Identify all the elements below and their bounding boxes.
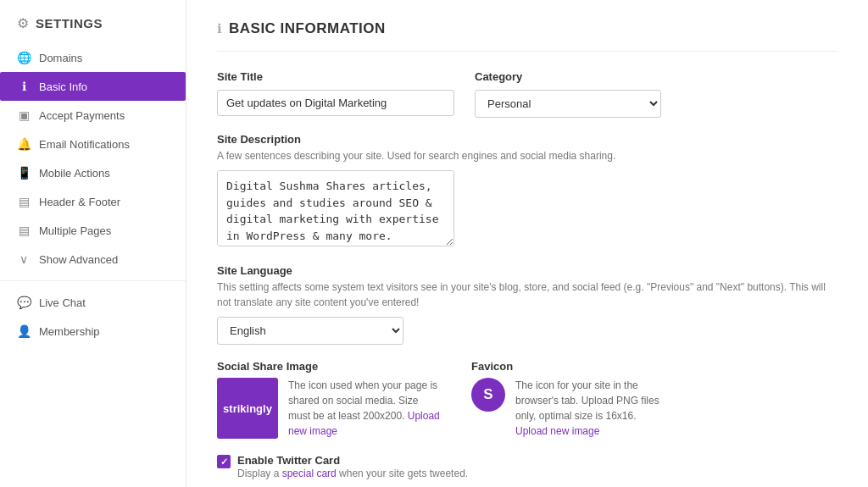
sidebar-item-live-chat[interactable]: 💬 Live Chat <box>0 288 186 317</box>
sidebar-divider <box>0 280 186 281</box>
site-description-hint: A few sentences describing your site. Us… <box>217 148 837 163</box>
sidebar-item-show-advanced[interactable]: ∨ Show Advanced <box>0 245 186 274</box>
sidebar-item-label: Multiple Pages <box>39 224 111 237</box>
basic-info-icon: ℹ <box>17 80 31 93</box>
sidebar-item-membership[interactable]: 👤 Membership <box>0 317 186 346</box>
live-chat-icon: 💬 <box>17 296 31 309</box>
sidebar-item-label: Show Advanced <box>39 253 118 266</box>
favicon-item: Favicon S The icon for your site in the … <box>471 360 668 439</box>
site-language-section: Site Language This setting affects some … <box>217 264 837 345</box>
site-language-select[interactable]: English Spanish French German Chinese <box>217 317 403 345</box>
site-title-label: Site Title <box>217 70 454 83</box>
favicon-thumbnail[interactable]: S <box>471 378 505 412</box>
membership-icon: 👤 <box>17 324 31 338</box>
mobile-icon: 📱 <box>17 166 31 180</box>
site-title-group: Site Title <box>217 70 454 116</box>
favicon-desc: The icon for your site in the browser's … <box>515 378 668 439</box>
site-language-label: Site Language <box>217 264 837 277</box>
pages-icon: ▤ <box>17 224 31 237</box>
social-share-desc: The icon used when your page is shared o… <box>288 378 441 439</box>
favicon-content: S The icon for your site in the browser'… <box>471 378 668 439</box>
settings-icon: ⚙ <box>17 15 29 31</box>
category-label: Category <box>475 70 678 83</box>
sidebar: ⚙ SETTINGS 🌐 Domains ℹ Basic Info ▣ Acce… <box>0 0 186 487</box>
sidebar-item-label: Domains <box>39 52 82 64</box>
favicon-upload-link[interactable]: Upload new image <box>515 425 599 437</box>
site-description-section: Site Description A few sentences describ… <box>217 133 837 249</box>
favicon-label: Favicon <box>471 360 668 373</box>
twitter-card-checkbox[interactable] <box>217 455 231 468</box>
sidebar-title: SETTINGS <box>36 16 103 30</box>
payments-icon: ▣ <box>17 108 31 122</box>
twitter-card-text: Enable Twitter Card Display a special ca… <box>237 454 468 479</box>
sidebar-item-multiple-pages[interactable]: ▤ Multiple Pages <box>0 216 186 245</box>
sidebar-item-label: Mobile Actions <box>39 167 110 180</box>
sidebar-item-basic-info[interactable]: ℹ Basic Info <box>0 72 186 101</box>
twitter-card-label: Enable Twitter Card <box>237 454 468 467</box>
social-share-item: Social Share Image strikingly The icon u… <box>217 360 441 439</box>
page-header-icon: ℹ <box>217 21 222 36</box>
main-content: ℹ BASIC INFORMATION Site Title Category … <box>186 0 868 487</box>
sidebar-header: ⚙ SETTINGS <box>0 0 186 43</box>
sidebar-item-email-notifications[interactable]: 🔔 Email Notifications <box>0 130 186 158</box>
sidebar-item-domains[interactable]: 🌐 Domains <box>0 43 186 72</box>
site-language-hint: This setting affects some system text vi… <box>217 279 837 310</box>
header-footer-icon: ▤ <box>17 195 31 208</box>
page-title: BASIC INFORMATION <box>229 20 386 37</box>
sidebar-item-label: Basic Info <box>39 80 87 93</box>
sidebar-item-label: Live Chat <box>39 296 86 309</box>
sidebar-item-label: Email Notifications <box>39 138 130 151</box>
social-share-content: strikingly The icon used when your page … <box>217 378 441 439</box>
site-description-textarea[interactable]: Digital Sushma Shares articles, guides a… <box>217 170 454 246</box>
social-share-thumbnail[interactable]: strikingly <box>217 378 278 439</box>
sidebar-item-mobile-actions[interactable]: 📱 Mobile Actions <box>0 158 186 187</box>
title-category-row: Site Title Category Personal Business Bl… <box>217 70 837 118</box>
sidebar-item-label: Membership <box>39 325 100 338</box>
category-group: Category Personal Business Blog Portfoli… <box>475 70 678 118</box>
media-row: Social Share Image strikingly The icon u… <box>217 360 837 439</box>
twitter-card-hint: Display a special card when your site ge… <box>237 468 468 479</box>
page-header: ℹ BASIC INFORMATION <box>217 20 837 52</box>
chevron-down-icon: ∨ <box>17 252 31 266</box>
sidebar-item-label: Accept Payments <box>39 109 125 122</box>
social-share-label: Social Share Image <box>217 360 441 373</box>
site-description-label: Site Description <box>217 133 837 146</box>
site-title-input[interactable] <box>217 90 454 116</box>
twitter-card-special-link[interactable]: special card <box>282 468 337 479</box>
domains-icon: 🌐 <box>17 51 31 64</box>
notification-icon: 🔔 <box>17 137 31 151</box>
sidebar-item-accept-payments[interactable]: ▣ Accept Payments <box>0 101 186 130</box>
sidebar-item-header-footer[interactable]: ▤ Header & Footer <box>0 187 186 216</box>
category-select[interactable]: Personal Business Blog Portfolio Other <box>475 90 661 118</box>
sidebar-item-label: Header & Footer <box>39 196 120 208</box>
twitter-card-row: Enable Twitter Card Display a special ca… <box>217 454 837 479</box>
